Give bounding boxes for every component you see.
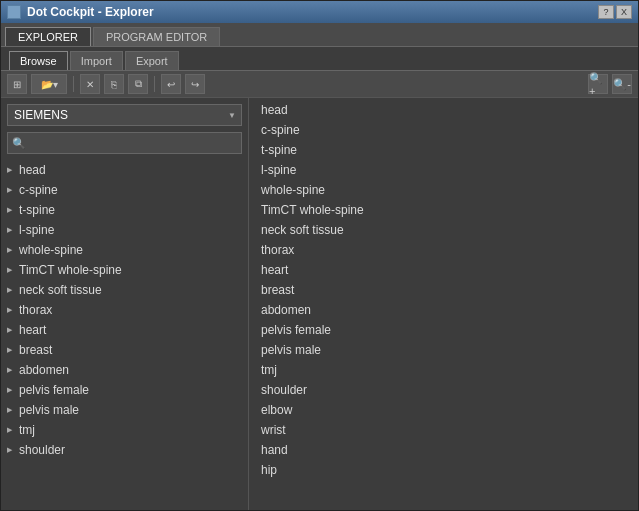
- list-item[interactable]: shoulder: [1, 440, 248, 460]
- copy-icon: ⎘: [111, 79, 117, 90]
- list-item[interactable]: neck soft tissue: [1, 280, 248, 300]
- list-item[interactable]: heart: [1, 320, 248, 340]
- toolbar: ⊞ 📂▾ ✕ ⎘ ⧉ ↩ ↪ 🔍+ 🔍-: [1, 70, 638, 98]
- zoom-in-icon: 🔍+: [589, 72, 607, 97]
- right-list-item[interactable]: elbow: [249, 400, 638, 420]
- right-list-item[interactable]: l-spine: [249, 160, 638, 180]
- list-item[interactable]: pelvis female: [1, 380, 248, 400]
- app-icon: [7, 5, 21, 19]
- undo-button[interactable]: ↩: [161, 74, 181, 94]
- separator-2: [154, 76, 155, 92]
- folder-button[interactable]: 📂▾: [31, 74, 67, 94]
- right-list-item[interactable]: t-spine: [249, 140, 638, 160]
- title-bar: Dot Cockpit - Explorer ? X: [1, 1, 638, 23]
- copy-button[interactable]: ⎘: [104, 74, 124, 94]
- help-button[interactable]: ?: [598, 5, 614, 19]
- sub-tabs: Browse Import Export: [1, 46, 638, 70]
- search-icon: 🔍: [12, 137, 26, 150]
- search-row: 🔍: [1, 132, 248, 160]
- tab-program-editor[interactable]: PROGRAM EDITOR: [93, 27, 220, 46]
- right-list-item[interactable]: pelvis female: [249, 320, 638, 340]
- right-list-item[interactable]: pelvis male: [249, 340, 638, 360]
- zoom-out-icon: 🔍-: [613, 78, 631, 91]
- list-item[interactable]: c-spine: [1, 180, 248, 200]
- list-item[interactable]: abdomen: [1, 360, 248, 380]
- right-list-item[interactable]: head: [249, 100, 638, 120]
- right-list-item[interactable]: TimCT whole-spine: [249, 200, 638, 220]
- right-list-item[interactable]: neck soft tissue: [249, 220, 638, 240]
- separator-1: [73, 76, 74, 92]
- list-item[interactable]: thorax: [1, 300, 248, 320]
- arrange-button[interactable]: ⊞: [7, 74, 27, 94]
- right-list-item[interactable]: heart: [249, 260, 638, 280]
- search-input[interactable]: [7, 132, 242, 154]
- content-area: SIEMENS GE PHILIPS TOSHIBA 🔍 headc-spine…: [1, 98, 638, 510]
- list-item[interactable]: whole-spine: [1, 240, 248, 260]
- right-list-item[interactable]: whole-spine: [249, 180, 638, 200]
- window-title: Dot Cockpit - Explorer: [27, 5, 154, 19]
- dropdown-row: SIEMENS GE PHILIPS TOSHIBA: [1, 98, 248, 132]
- left-panel: SIEMENS GE PHILIPS TOSHIBA 🔍 headc-spine…: [1, 98, 249, 510]
- redo-button[interactable]: ↪: [185, 74, 205, 94]
- main-tabs: EXPLORER PROGRAM EDITOR: [1, 23, 638, 46]
- redo-icon: ↪: [191, 79, 199, 90]
- toolbar-right: 🔍+ 🔍-: [588, 74, 632, 94]
- list-item[interactable]: l-spine: [1, 220, 248, 240]
- tab-explorer[interactable]: EXPLORER: [5, 27, 91, 46]
- arrange-icon: ⊞: [13, 79, 21, 90]
- folder-icon: 📂▾: [41, 79, 58, 90]
- close-button[interactable]: X: [616, 5, 632, 19]
- sub-tab-browse[interactable]: Browse: [9, 51, 68, 70]
- right-panel: headc-spinet-spinel-spinewhole-spineTimC…: [249, 98, 638, 510]
- vendor-dropdown[interactable]: SIEMENS GE PHILIPS TOSHIBA: [7, 104, 242, 126]
- right-list-item[interactable]: abdomen: [249, 300, 638, 320]
- right-list-item[interactable]: thorax: [249, 240, 638, 260]
- list-item[interactable]: head: [1, 160, 248, 180]
- main-window: Dot Cockpit - Explorer ? X EXPLORER PROG…: [0, 0, 639, 511]
- vendor-dropdown-wrapper: SIEMENS GE PHILIPS TOSHIBA: [7, 104, 242, 126]
- right-list-item[interactable]: c-spine: [249, 120, 638, 140]
- search-wrapper: 🔍: [7, 132, 242, 154]
- right-list-item[interactable]: hip: [249, 460, 638, 480]
- right-list-item[interactable]: wrist: [249, 420, 638, 440]
- right-list-item[interactable]: hand: [249, 440, 638, 460]
- list-item[interactable]: t-spine: [1, 200, 248, 220]
- list-item[interactable]: tmj: [1, 420, 248, 440]
- right-list-item[interactable]: breast: [249, 280, 638, 300]
- right-list: headc-spinet-spinel-spinewhole-spineTimC…: [249, 98, 638, 510]
- title-bar-left: Dot Cockpit - Explorer: [7, 5, 154, 19]
- delete-icon: ✕: [86, 79, 94, 90]
- list-item[interactable]: breast: [1, 340, 248, 360]
- sub-tab-export[interactable]: Export: [125, 51, 179, 70]
- left-list: headc-spinet-spinel-spinewhole-spineTimC…: [1, 160, 248, 510]
- zoom-out-button[interactable]: 🔍-: [612, 74, 632, 94]
- zoom-in-button[interactable]: 🔍+: [588, 74, 608, 94]
- undo-icon: ↩: [167, 79, 175, 90]
- right-list-item[interactable]: tmj: [249, 360, 638, 380]
- title-buttons: ? X: [598, 5, 632, 19]
- list-item[interactable]: pelvis male: [1, 400, 248, 420]
- paste-icon: ⧉: [135, 78, 142, 90]
- sub-tab-import[interactable]: Import: [70, 51, 123, 70]
- list-item[interactable]: TimCT whole-spine: [1, 260, 248, 280]
- right-list-item[interactable]: shoulder: [249, 380, 638, 400]
- delete-button[interactable]: ✕: [80, 74, 100, 94]
- paste-button[interactable]: ⧉: [128, 74, 148, 94]
